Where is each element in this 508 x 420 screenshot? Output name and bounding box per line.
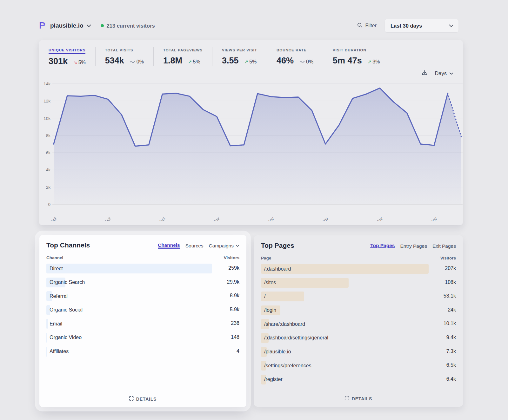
header-controls: Filter Last 30 days [357,19,458,32]
chevron-down-icon[interactable] [87,23,91,29]
tab-top-pages[interactable]: Top Pages [370,243,395,249]
top-pages-rows: /:dashboard207k/sites108k/53.1k/login24k… [261,264,456,384]
row-value: 29.9k [227,279,239,285]
tab-sources[interactable]: Sources [185,243,204,249]
row-label[interactable]: Organic Social [50,307,83,313]
date-range-select[interactable]: Last 30 days [385,19,458,32]
tab-channels[interactable]: Channels [158,242,180,249]
row-label[interactable]: /sites [264,280,276,285]
column-header-visitors: Visitors [224,255,239,260]
table-row[interactable]: Organic Social5.9k [46,305,239,315]
tab-exit-pages[interactable]: Exit Pages [432,243,456,249]
row-value: 207k [445,266,456,271]
row-label[interactable]: Direct [50,266,63,272]
table-row[interactable]: /:dashboard/settings/general9.4k [261,333,456,343]
plausible-logo-icon: P [39,20,47,31]
table-row[interactable]: Email236 [46,319,239,329]
table-row[interactable]: /sites108k [261,278,456,288]
stat-label: TOTAL VISITS [105,48,133,53]
row-label[interactable]: Email [50,321,62,327]
column-header-channel: Channel [46,255,63,260]
row-value: 24k [448,307,456,313]
row-value: 53.1k [444,293,456,299]
site-switcher[interactable]: P plausible.io [39,20,91,31]
row-label[interactable]: Organic Video [50,335,82,340]
top-channels-details-button[interactable]: DETAILS [129,396,157,402]
row-value: 5.9k [230,307,239,312]
details-label: DETAILS [352,396,372,401]
stat-item-unique-visitors[interactable]: UNIQUE VISITORS301k↘5% [49,47,95,66]
table-row[interactable]: Organic Video148 [46,333,239,343]
table-row[interactable]: Organic Search29.9k [46,278,239,287]
expand-icon [345,396,349,402]
row-label[interactable]: Referral [50,293,68,299]
stat-change: 0% [130,59,144,65]
trend-down-icon: ↘ [73,60,77,65]
row-label[interactable]: /:dashboard/settings/general [264,335,328,341]
top-pages-details-button[interactable]: DETAILS [345,396,372,402]
visitors-area-chart[interactable]: 14k12k10k8k6k4k2k020 Oct24 Oct28 Oct1 No… [39,72,463,221]
row-value: 259k [228,265,239,271]
row-label[interactable]: / [264,294,265,299]
stat-label: BOUNCE RATE [277,48,306,53]
row-value: 108k [445,279,456,285]
header: P plausible.io 213 current visitors Filt… [39,18,458,33]
top-channels-title: Top Channels [46,241,90,249]
row-value: 7.3k [446,349,456,354]
stat-item-views-per-visit[interactable]: VIEWS PER VISIT3.55↗5% [212,47,267,66]
row-bar [46,264,212,273]
tab-entry-pages[interactable]: Entry Pages [400,243,427,249]
row-label[interactable]: /share/:dashboard [264,321,305,327]
svg-text:1 Nov: 1 Nov [209,216,221,221]
svg-text:14k: 14k [43,82,50,86]
stat-item-total-visits[interactable]: TOTAL VISITS534k0% [95,47,153,66]
svg-text:6k: 6k [46,150,51,155]
stat-item-total-pageviews[interactable]: TOTAL PAGEVIEWS1.8M↗5% [153,47,212,66]
top-pages-card: Top Pages Top PagesEntry PagesExit Pages… [254,235,463,407]
tab-campaigns[interactable]: Campaigns [209,243,239,249]
column-header-visitors: Visitors [440,256,456,260]
row-label[interactable]: /plausible.io [264,349,291,355]
table-row[interactable]: Referral8.9k [46,291,239,301]
row-bar [261,292,304,301]
row-value: 6.4k [446,376,456,382]
table-row[interactable]: Affiliates4 [46,347,239,357]
table-row[interactable]: /register6.4k [261,375,456,384]
row-label[interactable]: /settings/preferences [264,363,311,369]
current-visitors-label: 213 current visitors [107,23,155,29]
table-row[interactable]: /share/:dashboard10.1k [261,319,456,329]
svg-text:10k: 10k [43,116,50,121]
stat-value: 46% [277,56,294,66]
table-row[interactable]: /:dashboard207k [261,264,456,274]
stat-label: TOTAL PAGEVIEWS [163,48,203,53]
table-row[interactable]: /plausible.io7.3k [261,347,456,357]
row-label[interactable]: Affiliates [50,349,69,354]
table-row[interactable]: /login24k [261,305,456,315]
svg-text:28 Oct: 28 Oct [154,216,166,221]
top-channels-card: Top Channels ChannelsSourcesCampaigns Ch… [39,235,246,407]
stat-item-bounce-rate[interactable]: BOUNCE RATE46%0% [267,47,323,66]
row-label[interactable]: /login [264,307,276,313]
top-pages-title: Top Pages [261,242,294,249]
row-bar [46,333,47,343]
row-label[interactable]: /:dashboard [264,266,291,272]
table-row[interactable]: /53.1k [261,292,456,301]
trend-up-icon: ↗ [368,59,372,65]
row-value: 10.1k [444,321,456,326]
filter-button[interactable]: Filter [357,23,377,29]
current-visitors[interactable]: 213 current visitors [101,23,155,29]
trend-up-icon: ↗ [244,59,249,65]
row-label[interactable]: /register [264,377,283,382]
table-row[interactable]: Direct259k [46,264,239,273]
visitors-panel: UNIQUE VISITORS301k↘5%TOTAL VISITS534k0%… [39,40,463,225]
top-pages-tabs: Top PagesEntry PagesExit Pages [370,243,456,249]
stat-value: 3.55 [222,56,239,66]
live-dot-icon [101,24,104,27]
chevron-down-icon [449,23,453,29]
row-label[interactable]: Organic Search [50,279,85,285]
stat-change: ↗5% [244,59,257,65]
trend-up-icon: ↗ [188,59,192,65]
stat-item-visit-duration[interactable]: VISIT DURATION5m 47s↗3% [323,47,389,66]
table-row[interactable]: /settings/preferences6.5k [261,361,456,371]
svg-text:24 Oct: 24 Oct [100,216,112,221]
